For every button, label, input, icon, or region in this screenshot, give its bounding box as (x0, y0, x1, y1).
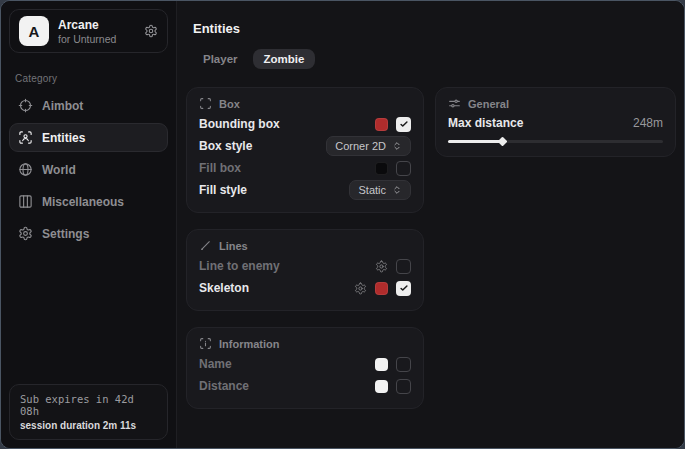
feature-row-box-style: Box style Corner 2D (199, 135, 411, 157)
scan-info-icon (199, 337, 212, 350)
sidebar-item-entities[interactable]: Entities (9, 123, 168, 152)
left-column: Box Bounding box Box style (186, 87, 424, 409)
feature-label: Fill style (199, 183, 247, 197)
color-swatch[interactable] (375, 118, 388, 131)
checkbox-unchecked[interactable] (396, 379, 411, 394)
information-card-header: Information (199, 337, 411, 350)
information-card-title: Information (219, 338, 280, 350)
slider-fill (448, 140, 502, 143)
chevrons-up-down-icon (392, 185, 402, 195)
feature-row-line-to-enemy: Line to enemy (199, 255, 411, 277)
general-card-header: General (448, 97, 663, 110)
lines-card: Lines Line to enemy Skeleton (186, 229, 424, 311)
color-swatch[interactable] (375, 358, 388, 371)
columns-icon (18, 194, 33, 209)
entity-tabs: Player Zombie (192, 49, 676, 69)
sidebar-item-label: Entities (42, 131, 85, 145)
page-title: Entities (193, 21, 676, 36)
diagonal-line-icon (199, 239, 212, 252)
sidebar-item-world[interactable]: World (9, 155, 168, 184)
gear-icon[interactable] (375, 260, 388, 273)
slider-label: Max distance (448, 116, 523, 130)
slider-value: 248m (633, 116, 663, 130)
tab-player[interactable]: Player (192, 49, 249, 69)
right-column: General Max distance 248m (435, 87, 676, 409)
session-duration-text: session duration 2m 11s (20, 420, 157, 431)
sidebar-item-label: Aimbot (42, 99, 83, 113)
scan-box-icon (199, 97, 212, 110)
tab-zombie[interactable]: Zombie (253, 49, 316, 69)
max-distance-row: Max distance 248m (448, 116, 663, 130)
sidebar-item-aimbot[interactable]: Aimbot (9, 91, 168, 120)
feature-label: Name (199, 357, 232, 371)
feature-label: Fill box (199, 161, 241, 175)
feature-label: Skeleton (199, 281, 249, 295)
dropdown-value: Corner 2D (335, 140, 386, 152)
dropdown-value: Static (358, 184, 386, 196)
general-card-title: General (468, 98, 509, 110)
box-style-dropdown[interactable]: Corner 2D (326, 136, 411, 156)
app-subtitle: for Unturned (58, 33, 116, 45)
information-card: Information Name Distance (186, 327, 424, 409)
feature-row-fill-box: Fill box (199, 157, 411, 179)
scan-person-icon (18, 130, 33, 145)
main-panel: Entities Player Zombie Box Bounding box (177, 1, 684, 448)
sidebar-item-miscellaneous[interactable]: Miscellaneous (9, 187, 168, 216)
slider-thumb[interactable] (497, 137, 507, 147)
checkbox-unchecked[interactable] (396, 259, 411, 274)
category-label: Category (15, 73, 162, 84)
checkbox-unchecked[interactable] (396, 357, 411, 372)
app-logo: A (19, 16, 49, 46)
gear-icon[interactable] (354, 282, 367, 295)
feature-row-name: Name (199, 353, 411, 375)
lines-card-title: Lines (219, 240, 248, 252)
app-header-card: A Arcane for Unturned (9, 9, 168, 53)
subscription-status-card: Sub expires in 42d 08h session duration … (9, 384, 168, 440)
max-distance-slider[interactable] (448, 138, 663, 145)
sidebar-item-label: Settings (42, 227, 89, 241)
chevrons-up-down-icon (392, 141, 402, 151)
sidebar: A Arcane for Unturned Category Aimbot (1, 1, 177, 448)
checkbox-checked[interactable] (396, 281, 411, 296)
app-window: A Arcane for Unturned Category Aimbot (0, 0, 685, 449)
feature-label: Box style (199, 139, 252, 153)
sidebar-item-label: Miscellaneous (42, 195, 124, 209)
content-area: Box Bounding box Box style (186, 87, 676, 409)
feature-label: Line to enemy (199, 259, 280, 273)
globe-icon (18, 162, 33, 177)
sidebar-item-label: World (42, 163, 76, 177)
sidebar-nav: Aimbot Entities World Miscellaneous (1, 91, 176, 248)
box-card: Box Bounding box Box style (186, 87, 424, 213)
color-swatch[interactable] (375, 282, 388, 295)
feature-row-distance: Distance (199, 375, 411, 397)
feature-row-skeleton: Skeleton (199, 277, 411, 299)
app-name: Arcane (58, 18, 116, 32)
feature-row-fill-style: Fill style Static (199, 179, 411, 201)
checkbox-unchecked[interactable] (396, 161, 411, 176)
feature-row-bounding-box: Bounding box (199, 113, 411, 135)
sub-expiry-text: Sub expires in 42d 08h (20, 393, 157, 417)
app-logo-letter: A (29, 23, 40, 40)
fill-style-dropdown[interactable]: Static (349, 180, 411, 200)
lines-card-header: Lines (199, 239, 411, 252)
crosshair-icon (18, 98, 33, 113)
box-card-header: Box (199, 97, 411, 110)
color-swatch[interactable] (375, 380, 388, 393)
sliders-icon (448, 97, 461, 110)
app-titles: Arcane for Unturned (58, 18, 116, 45)
color-swatch[interactable] (375, 162, 388, 175)
gear-icon[interactable] (144, 24, 158, 38)
box-card-title: Box (219, 98, 240, 110)
checkbox-checked[interactable] (396, 117, 411, 132)
feature-label: Bounding box (199, 117, 280, 131)
feature-label: Distance (199, 379, 249, 393)
gear-icon (18, 226, 33, 241)
sidebar-item-settings[interactable]: Settings (9, 219, 168, 248)
general-card: General Max distance 248m (435, 87, 676, 157)
